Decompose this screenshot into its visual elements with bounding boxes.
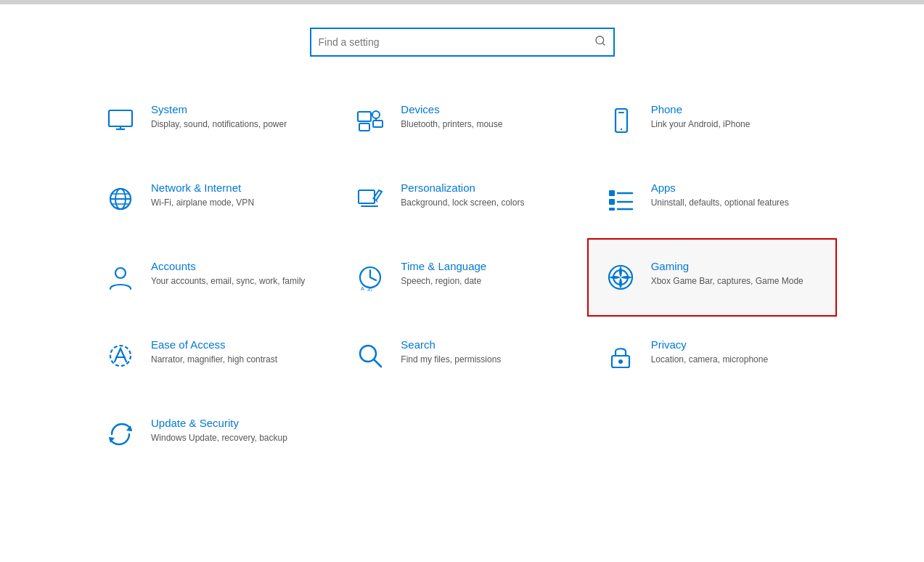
search-container	[0, 4, 924, 74]
setting-desc-privacy: Location, camera, microphone	[651, 354, 821, 366]
search-icon	[594, 35, 606, 49]
setting-title-personalization: Personalization	[401, 182, 571, 194]
setting-title-apps: Apps	[651, 182, 821, 194]
setting-desc-devices: Bluetooth, printers, mouse	[401, 118, 571, 131]
phone-icon	[603, 103, 638, 138]
setting-desc-update: Windows Update, recovery, backup	[151, 432, 321, 444]
svg-point-12	[620, 129, 621, 130]
apps-icon	[603, 182, 638, 216]
setting-desc-system: Display, sound, notifications, power	[151, 118, 321, 131]
setting-item-network[interactable]: Network & Internet Wi-Fi, airplane mode,…	[87, 160, 337, 238]
svg-rect-22	[609, 199, 615, 205]
gaming-icon	[603, 260, 638, 295]
setting-desc-network: Wi-Fi, airplane mode, VPN	[151, 197, 321, 209]
ease-icon	[103, 338, 138, 373]
setting-item-phone[interactable]: Phone Link your Android, iPhone	[587, 81, 837, 160]
svg-text:A: A	[361, 286, 364, 291]
svg-rect-21	[609, 190, 615, 196]
settings-grid: System Display, sound, notifications, po…	[0, 74, 924, 481]
setting-item-search[interactable]: Search Find my files, permissions	[337, 317, 586, 395]
setting-title-search: Search	[401, 338, 571, 351]
setting-item-apps[interactable]: Apps Uninstall, defaults, optional featu…	[587, 160, 837, 238]
setting-desc-ease: Narrator, magnifier, high contrast	[151, 354, 321, 366]
setting-title-accounts: Accounts	[151, 260, 321, 272]
setting-desc-search: Find my files, permissions	[401, 354, 571, 366]
svg-line-1	[602, 43, 605, 45]
setting-desc-time: Speech, region, date	[401, 275, 571, 288]
setting-desc-gaming: Xbox Game Bar, captures, Game Mode	[651, 275, 821, 288]
svg-rect-18	[359, 190, 375, 203]
setting-title-gaming: Gaming	[651, 260, 821, 272]
setting-item-ease[interactable]: Ease of Access Narrator, magnifier, high…	[87, 317, 337, 395]
setting-item-accounts[interactable]: Accounts Your accounts, email, sync, wor…	[87, 238, 337, 317]
setting-item-devices[interactable]: Devices Bluetooth, printers, mouse	[337, 81, 586, 160]
svg-line-38	[374, 359, 381, 367]
svg-rect-5	[358, 112, 371, 121]
svg-rect-6	[359, 123, 369, 131]
setting-title-ease: Ease of Access	[151, 338, 321, 351]
setting-item-time[interactable]: A あ Time & Language Speech, region, date	[337, 238, 586, 317]
svg-text:あ: あ	[367, 286, 372, 292]
search-input[interactable]	[319, 36, 594, 48]
update-icon	[103, 417, 138, 452]
setting-title-network: Network & Internet	[151, 182, 321, 194]
svg-point-8	[372, 111, 380, 118]
setting-item-personalization[interactable]: Personalization Background, lock screen,…	[337, 160, 586, 238]
setting-title-devices: Devices	[401, 103, 571, 115]
setting-title-system: System	[151, 103, 321, 115]
setting-item-privacy[interactable]: Privacy Location, camera, microphone	[587, 317, 837, 395]
setting-desc-accounts: Your accounts, email, sync, work, family	[151, 275, 321, 288]
setting-item-update[interactable]: Update & Security Windows Update, recove…	[87, 395, 337, 473]
svg-point-40	[618, 359, 623, 364]
privacy-icon	[603, 338, 638, 373]
search-icon	[353, 338, 388, 373]
devices-icon	[353, 103, 388, 138]
setting-item-gaming[interactable]: Gaming Xbox Game Bar, captures, Game Mod…	[587, 238, 837, 317]
system-icon	[103, 103, 138, 138]
svg-rect-23	[609, 208, 615, 211]
setting-title-phone: Phone	[651, 103, 821, 115]
setting-title-privacy: Privacy	[651, 338, 821, 351]
svg-point-27	[115, 268, 126, 278]
svg-rect-7	[373, 121, 383, 127]
svg-line-30	[370, 277, 376, 280]
personalization-icon	[353, 182, 388, 216]
svg-rect-2	[109, 110, 132, 126]
network-icon	[103, 182, 138, 216]
setting-desc-personalization: Background, lock screen, colors	[401, 197, 571, 209]
setting-title-update: Update & Security	[151, 417, 321, 429]
setting-item-system[interactable]: System Display, sound, notifications, po…	[87, 81, 337, 160]
accounts-icon	[103, 260, 138, 295]
setting-desc-apps: Uninstall, defaults, optional features	[651, 197, 821, 209]
time-icon: A あ	[353, 260, 388, 295]
search-box[interactable]	[310, 28, 615, 57]
setting-desc-phone: Link your Android, iPhone	[651, 118, 821, 131]
setting-title-time: Time & Language	[401, 260, 571, 272]
